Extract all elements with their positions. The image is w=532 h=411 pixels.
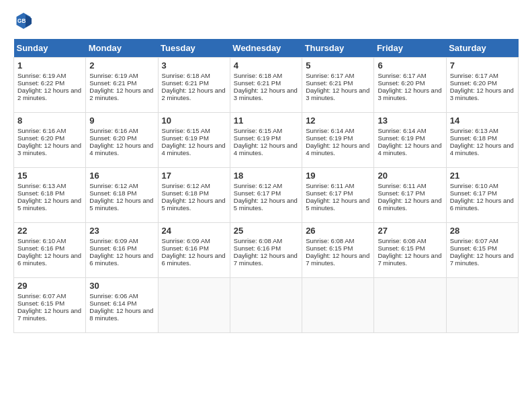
calendar-week-row: 1Sunrise: 6:19 AMSunset: 6:22 PMDaylight…	[14, 58, 519, 113]
table-cell: 18Sunrise: 6:12 AMSunset: 6:17 PMDayligh…	[230, 168, 302, 223]
table-cell: 5Sunrise: 6:17 AMSunset: 6:21 PMDaylight…	[302, 58, 374, 113]
sunrise-label: Sunrise: 6:09 AM	[89, 237, 138, 244]
svg-marker-1	[26, 15, 32, 28]
daylight-label: Daylight: 12 hours and 3 minutes.	[306, 87, 369, 101]
sunrise-label: Sunrise: 6:18 AM	[162, 72, 210, 79]
day-number: 8	[17, 116, 82, 126]
table-cell: 24Sunrise: 6:09 AMSunset: 6:16 PMDayligh…	[158, 223, 230, 278]
sunrise-label: Sunrise: 6:12 AM	[162, 182, 210, 189]
day-number: 15	[17, 171, 82, 181]
logo-icon: GB	[13, 11, 34, 31]
daylight-label: Daylight: 12 hours and 4 minutes.	[378, 142, 441, 156]
daylight-label: Daylight: 12 hours and 5 minutes.	[162, 197, 226, 212]
sunrise-label: Sunrise: 6:07 AM	[17, 292, 66, 300]
daylight-label: Daylight: 12 hours and 5 minutes.	[306, 197, 369, 212]
day-number: 12	[306, 116, 370, 126]
col-saturday: Saturday	[446, 39, 518, 58]
sunrise-label: Sunrise: 6:18 AM	[234, 72, 282, 79]
sunset-label: Sunset: 6:18 PM	[450, 134, 497, 142]
table-cell: 29Sunrise: 6:07 AMSunset: 6:15 PMDayligh…	[14, 278, 86, 333]
table-cell	[302, 278, 374, 333]
sunrise-label: Sunrise: 6:08 AM	[234, 237, 282, 244]
table-cell	[158, 278, 230, 333]
sunset-label: Sunset: 6:18 PM	[162, 189, 209, 197]
daylight-label: Daylight: 12 hours and 3 minutes.	[17, 142, 81, 156]
sunset-label: Sunset: 6:21 PM	[89, 79, 136, 87]
day-number: 13	[378, 116, 442, 126]
sunset-label: Sunset: 6:18 PM	[17, 189, 64, 197]
header: GB	[13, 11, 519, 31]
table-cell	[374, 278, 446, 333]
table-cell: 15Sunrise: 6:13 AMSunset: 6:18 PMDayligh…	[14, 168, 86, 223]
sunrise-label: Sunrise: 6:14 AM	[306, 127, 354, 134]
day-number: 4	[234, 60, 298, 71]
sunrise-label: Sunrise: 6:11 AM	[306, 182, 354, 189]
day-number: 3	[162, 60, 226, 71]
table-cell: 4Sunrise: 6:18 AMSunset: 6:21 PMDaylight…	[230, 58, 302, 113]
table-cell: 17Sunrise: 6:12 AMSunset: 6:18 PMDayligh…	[158, 168, 230, 223]
day-number: 23	[89, 226, 154, 236]
day-number: 11	[234, 116, 298, 126]
col-thursday: Thursday	[302, 39, 374, 58]
sunset-label: Sunset: 6:15 PM	[306, 244, 353, 252]
daylight-label: Daylight: 12 hours and 8 minutes.	[89, 307, 153, 322]
daylight-label: Daylight: 12 hours and 2 minutes.	[162, 87, 226, 101]
sunset-label: Sunset: 6:16 PM	[234, 244, 281, 252]
day-number: 24	[162, 226, 226, 236]
daylight-label: Daylight: 12 hours and 7 minutes.	[306, 252, 369, 267]
day-number: 18	[234, 171, 298, 181]
sunset-label: Sunset: 6:18 PM	[89, 189, 136, 197]
sunset-label: Sunset: 6:22 PM	[17, 79, 64, 87]
table-cell: 30Sunrise: 6:06 AMSunset: 6:14 PMDayligh…	[86, 278, 158, 333]
table-cell	[230, 278, 302, 333]
sunrise-label: Sunrise: 6:07 AM	[450, 237, 498, 244]
calendar-week-row: 29Sunrise: 6:07 AMSunset: 6:15 PMDayligh…	[14, 278, 519, 333]
sunrise-label: Sunrise: 6:16 AM	[17, 127, 66, 134]
day-number: 30	[89, 281, 154, 291]
sunset-label: Sunset: 6:19 PM	[162, 134, 209, 142]
sunset-label: Sunset: 6:20 PM	[17, 134, 64, 142]
daylight-label: Daylight: 12 hours and 6 minutes.	[450, 197, 514, 212]
sunset-label: Sunset: 6:17 PM	[378, 189, 425, 197]
sunrise-label: Sunrise: 6:19 AM	[17, 72, 66, 79]
sunrise-label: Sunrise: 6:16 AM	[89, 127, 138, 134]
sunrise-label: Sunrise: 6:10 AM	[450, 182, 498, 189]
sunrise-label: Sunrise: 6:12 AM	[234, 182, 282, 189]
day-number: 26	[306, 226, 370, 236]
day-number: 6	[378, 60, 442, 71]
daylight-label: Daylight: 12 hours and 4 minutes.	[162, 142, 226, 156]
col-tuesday: Tuesday	[158, 39, 230, 58]
daylight-label: Daylight: 12 hours and 4 minutes.	[234, 142, 298, 156]
daylight-label: Daylight: 12 hours and 5 minutes.	[89, 197, 153, 212]
col-wednesday: Wednesday	[230, 39, 302, 58]
daylight-label: Daylight: 12 hours and 4 minutes.	[306, 142, 369, 156]
day-number: 27	[378, 226, 442, 236]
table-cell: 21Sunrise: 6:10 AMSunset: 6:17 PMDayligh…	[446, 168, 518, 223]
day-number: 16	[89, 171, 154, 181]
sunset-label: Sunset: 6:20 PM	[450, 79, 497, 87]
daylight-label: Daylight: 12 hours and 6 minutes.	[162, 252, 226, 267]
sunset-label: Sunset: 6:19 PM	[378, 134, 425, 142]
calendar-week-row: 22Sunrise: 6:10 AMSunset: 6:16 PMDayligh…	[14, 223, 519, 278]
table-cell: 13Sunrise: 6:14 AMSunset: 6:19 PMDayligh…	[374, 113, 446, 168]
sunrise-label: Sunrise: 6:19 AM	[89, 72, 138, 79]
logo: GB	[13, 11, 36, 31]
sunrise-label: Sunrise: 6:14 AM	[378, 127, 426, 134]
sunset-label: Sunset: 6:21 PM	[306, 79, 353, 87]
day-number: 7	[450, 60, 515, 71]
sunrise-label: Sunrise: 6:08 AM	[378, 237, 426, 244]
sunset-label: Sunset: 6:16 PM	[162, 244, 209, 252]
daylight-label: Daylight: 12 hours and 2 minutes.	[89, 87, 153, 101]
table-cell	[446, 278, 518, 333]
day-number: 28	[450, 226, 515, 236]
sunrise-label: Sunrise: 6:15 AM	[234, 127, 282, 134]
sunset-label: Sunset: 6:17 PM	[306, 189, 353, 197]
sunrise-label: Sunrise: 6:13 AM	[450, 127, 498, 134]
table-cell: 27Sunrise: 6:08 AMSunset: 6:15 PMDayligh…	[374, 223, 446, 278]
table-cell: 7Sunrise: 6:17 AMSunset: 6:20 PMDaylight…	[446, 58, 518, 113]
table-cell: 23Sunrise: 6:09 AMSunset: 6:16 PMDayligh…	[86, 223, 158, 278]
day-number: 5	[306, 60, 370, 71]
sunrise-label: Sunrise: 6:09 AM	[162, 237, 210, 244]
table-cell: 6Sunrise: 6:17 AMSunset: 6:20 PMDaylight…	[374, 58, 446, 113]
sunrise-label: Sunrise: 6:11 AM	[378, 182, 426, 189]
